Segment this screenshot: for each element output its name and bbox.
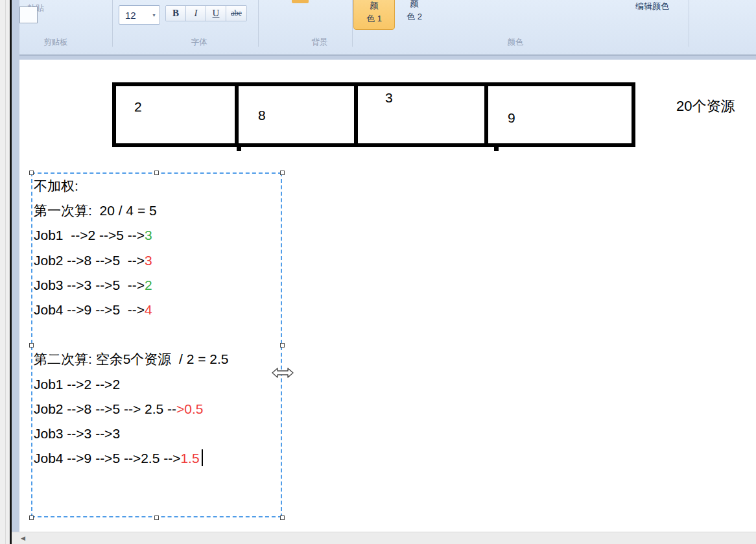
text-line: Job3 -->3 -->3 (34, 421, 280, 446)
resize-handle-bottom-left[interactable] (29, 515, 34, 520)
text-line: Job1 -->2 -->2 (34, 372, 280, 397)
colors-group-label: 颜色 (490, 37, 541, 48)
strikethrough-button[interactable]: abe (226, 6, 246, 21)
resize-handle-mid-left[interactable] (29, 343, 34, 348)
color1-button[interactable]: 颜 色 1 (353, 0, 395, 30)
text-line: Job3 -->3 -->5 -->2 (34, 273, 280, 298)
horizontal-resize-cursor-icon (272, 367, 294, 379)
color1-label-line1: 颜 (370, 0, 379, 12)
resize-handle-top-right[interactable] (280, 171, 285, 175)
text-line: Job4 -->9 -->5 -->4 (34, 298, 280, 322)
color1-label-line2: 色 1 (366, 12, 382, 25)
italic-button[interactable]: I (186, 6, 206, 21)
text-line: Job2 -->8 -->5 --> 2.5 -->0.5 (34, 397, 280, 421)
background-group-label: 背景 (294, 37, 346, 48)
divider-nub (237, 147, 241, 151)
font-style-buttons: B I U abe (165, 5, 247, 21)
drawing-canvas[interactable]: 2 8 3 9 20个资源 不加权: 第一次算: 20 / 4 = 5 (19, 60, 756, 532)
font-group-label: 字体 (173, 37, 225, 48)
font-size-value: 12 (119, 10, 148, 21)
resize-handle-mid-right[interactable] (280, 343, 285, 348)
resize-handle-bottom-right[interactable] (280, 515, 285, 520)
resource-value: 2 (134, 99, 142, 115)
background-button-sliver[interactable] (292, 0, 309, 3)
color-swatch[interactable] (19, 6, 38, 23)
group-separator (112, 0, 113, 47)
horizontal-scrollbar[interactable]: ◀ (12, 532, 756, 544)
resources-caption: 20个资源 (676, 97, 735, 116)
ribbon: 粘贴 剪贴板 字体 背景 颜色 12 ▾ B I U abe 颜 色 1 颜 色… (19, 0, 756, 56)
scroll-left-icon[interactable]: ◀ (21, 535, 25, 541)
resource-cell: 9 (488, 86, 620, 143)
text-line: Job1 -->2 -->5 -->3 (34, 223, 280, 248)
resource-cell: 3 (358, 86, 488, 143)
text-content[interactable]: 不加权: 第一次算: 20 / 4 = 5 Job1 -->2 -->5 -->… (34, 174, 280, 471)
group-separator (689, 0, 689, 47)
desktop-edge-line (5, 0, 6, 544)
group-separator (352, 0, 353, 47)
resource-cell: 8 (239, 86, 358, 143)
text-line: 第一次算: 20 / 4 = 5 (34, 198, 280, 223)
resource-boxes: 2 8 3 9 (112, 82, 635, 147)
desktop-edge-strip (0, 0, 10, 544)
text-line: 不加权: (34, 174, 280, 198)
text-line: Job4 -->9 -->5 -->2.5 -->1.5 (34, 446, 280, 471)
paint-window: 粘贴 剪贴板 字体 背景 颜色 12 ▾ B I U abe 颜 色 1 颜 色… (0, 0, 756, 544)
bold-button[interactable]: B (166, 6, 186, 21)
color2-button[interactable]: 颜 色 2 (397, 0, 431, 30)
clipboard-group-label: 剪贴板 (30, 37, 82, 48)
font-size-dropdown[interactable]: 12 ▾ (119, 5, 160, 25)
resource-value: 3 (385, 90, 393, 106)
color2-label-line2: 色 2 (407, 10, 422, 23)
resource-value: 9 (508, 110, 515, 126)
color2-label-line1: 颜 (410, 0, 419, 10)
group-separator (258, 0, 259, 47)
underline-button[interactable]: U (206, 6, 226, 21)
chevron-down-icon[interactable]: ▾ (148, 12, 159, 18)
text-line: 第二次算: 空余5个资源 / 2 = 2.5 (34, 347, 280, 372)
text-cursor (202, 449, 203, 466)
resize-handle-bottom-mid[interactable] (154, 515, 159, 520)
resize-handle-top-left[interactable] (29, 171, 34, 175)
edit-colors-button[interactable]: 编辑颜色 (635, 1, 669, 12)
resource-cell: 2 (116, 86, 239, 143)
text-line: Job2 -->8 -->5 -->3 (34, 248, 280, 273)
divider-nub (494, 147, 499, 151)
text-line (34, 322, 280, 347)
resource-value: 8 (258, 108, 266, 123)
